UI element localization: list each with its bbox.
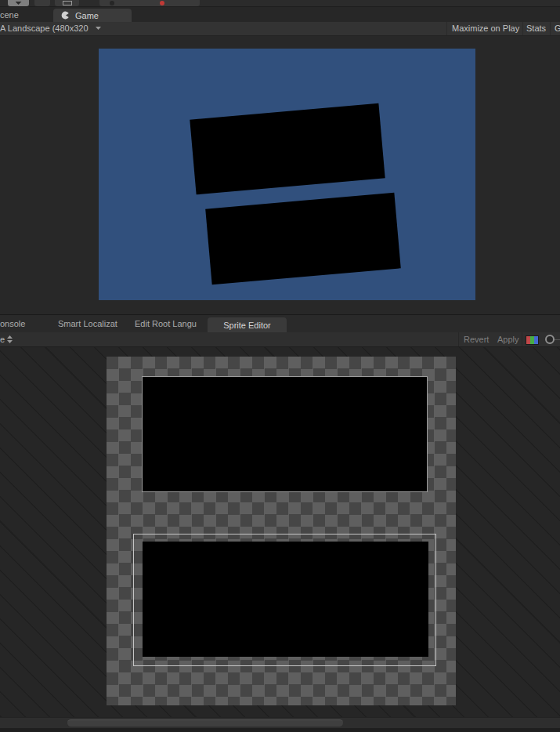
tab-console[interactable]: onsole: [0, 319, 25, 328]
sprite-editor-tab-bar: onsole Smart Localizat Edit Root Langu S…: [0, 315, 560, 332]
maximize-on-play-button[interactable]: Maximize on Play: [452, 24, 519, 33]
tab-sprite-editor-label: Sprite Editor: [223, 321, 271, 330]
tab-smart-localization[interactable]: Smart Localizat: [58, 319, 117, 328]
record-dot-icon: [160, 1, 164, 5]
toolbar-divider: [446, 22, 447, 35]
toolbar-divider: [550, 22, 551, 35]
bottom-edge-strip: [0, 728, 560, 732]
rect-tool-icon: [63, 1, 72, 5]
move-tool-icon: [16, 2, 22, 5]
main-toolbar: [0, 0, 560, 7]
rendered-sprite-top: [190, 103, 385, 195]
stats-button[interactable]: Stats: [526, 24, 546, 33]
zoom-slider-track[interactable]: [555, 339, 560, 340]
unity-pacman-icon: [60, 10, 70, 20]
rotate-tool-button[interactable]: [34, 0, 50, 6]
aspect-ratio-dropdown[interactable]: A Landscape (480x320: [0, 24, 89, 33]
pause-icon: [110, 1, 114, 5]
horizontal-scrollbar-thumb[interactable]: [67, 719, 343, 727]
chevron-down-icon: [96, 27, 101, 30]
toolbar-divider: [522, 332, 522, 346]
sprite-rect-2[interactable]: [143, 542, 428, 657]
game-toolbar: A Landscape (480x320 Maximize on Play St…: [0, 22, 560, 36]
slice-dropdown[interactable]: e: [0, 335, 5, 344]
sprite-editor-canvas[interactable]: [0, 347, 560, 717]
popup-arrows-icon: [7, 335, 13, 343]
tab-scene[interactable]: cene: [0, 10, 19, 20]
gizmos-button[interactable]: G: [555, 24, 560, 33]
toolbar-divider: [522, 22, 523, 35]
apply-button[interactable]: Apply: [497, 335, 519, 344]
rendered-sprite-bottom: [205, 193, 401, 285]
tab-sprite-editor[interactable]: Sprite Editor: [208, 317, 287, 332]
game-render-frame: [99, 49, 475, 300]
toolbar-divider: [458, 332, 459, 346]
play-controls-group[interactable]: [99, 0, 200, 6]
tab-game[interactable]: Game: [53, 9, 132, 22]
sprite-rect-1[interactable]: [142, 376, 428, 492]
texture-checkerboard[interactable]: [107, 357, 456, 705]
rgb-channels-icon[interactable]: [526, 335, 539, 345]
game-tab-bar: cene Game: [0, 7, 560, 22]
move-tool-button[interactable]: [8, 0, 29, 6]
revert-button[interactable]: Revert: [464, 335, 489, 344]
tab-game-label: Game: [75, 11, 99, 20]
horizontal-scrollbar[interactable]: [0, 717, 560, 728]
rect-tool-button[interactable]: [55, 0, 79, 6]
zoom-slider-knob-icon[interactable]: [545, 335, 555, 344]
sprite-editor-toolbar: e Revert Apply: [0, 332, 560, 347]
game-view-area: [0, 36, 560, 314]
tab-edit-root-language[interactable]: Edit Root Langu: [135, 319, 197, 328]
